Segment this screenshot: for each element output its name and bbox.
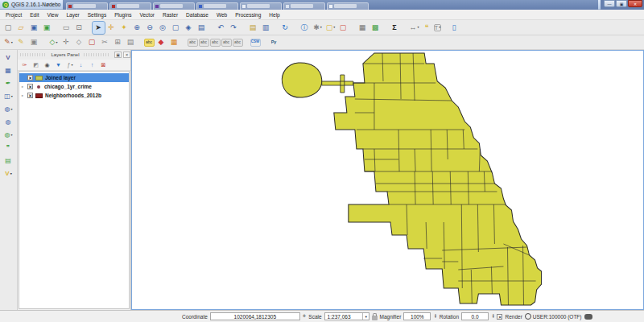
add-wfs-layer-button[interactable]: ❞ [2,142,15,154]
panel-drag-handle[interactable] [84,53,110,56]
layer-item-joined-layer[interactable]: ✕ Joined layer [19,73,129,82]
new-project-button[interactable]: ▢ [2,22,14,34]
background-browser-tab[interactable] [196,2,238,10]
panel-close-button[interactable]: ✕ [123,52,130,58]
menu-view[interactable]: View [43,10,62,19]
open-layer-styling-button[interactable]: ✑ [20,60,30,70]
coordinate-input[interactable]: 1020064,1812305 [210,312,300,320]
background-browser-tab[interactable] [327,2,369,10]
add-feature-button[interactable]: ◇▾ [47,36,60,48]
pan-map-button[interactable]: ✛ [105,22,118,34]
background-browser-tab[interactable] [283,2,325,10]
paste-features-button[interactable]: ▤ [125,36,137,48]
add-vector-layer-button[interactable]: V [2,52,15,64]
menu-processing[interactable]: Processing [231,10,265,19]
label-properties-button[interactable]: abc [233,39,243,47]
save-project-as-button[interactable]: ▣ [41,22,53,34]
menu-web[interactable]: Web [213,10,231,19]
statistical-summary-button[interactable]: Σ [389,22,401,34]
remove-layer-button[interactable]: ⊠ [99,60,109,70]
layer-visibility-checkbox[interactable]: ✕ [27,75,33,80]
save-project-button[interactable]: ▣ [28,22,40,34]
open-project-button[interactable]: ▱ [15,22,27,34]
magnifier-input[interactable]: 100% [403,312,431,320]
cut-features-button[interactable]: ✂ [99,36,111,48]
new-bookmark-button[interactable]: ▥ [260,22,272,34]
menu-help[interactable]: Help [265,10,283,19]
add-postgis-layer-button[interactable]: ◫▾ [2,91,15,102]
new-print-composer-button[interactable]: ▭ [60,22,72,34]
background-browser-tab[interactable] [66,2,108,10]
composer-manager-button[interactable]: ⊡ [73,22,85,34]
show-labels-button[interactable]: abc [144,39,155,47]
layer-item-chicago-1yr-crime[interactable]: ▸ ✕ chicago_1yr_crime [19,82,129,91]
show-bookmarks-button[interactable]: ▤ [247,22,259,34]
background-browser-tab[interactable] [153,2,195,10]
label-pin-button[interactable]: abc [188,39,198,47]
toggle-editing-button[interactable]: ✎ [15,36,27,48]
zoom-native-button[interactable]: ◎ [157,22,169,34]
identify-features-button[interactable]: ⓘ [299,22,311,34]
zoom-out-button[interactable]: ⊖ [144,22,156,34]
menu-vector[interactable]: Vector [136,10,159,19]
zoom-to-selection-button[interactable]: ◈ [183,22,195,34]
delete-selected-button[interactable]: ▢ [86,36,98,48]
current-edits-button[interactable]: ✎▾ [2,36,14,48]
map-pointer-button[interactable]: ➤ [93,22,105,34]
rotation-spinner[interactable]: ▲▼ [492,314,494,320]
menu-plugins[interactable]: Plugins [110,10,135,19]
crs-status-button[interactable]: USER:100000 (OTF) [525,313,582,320]
scale-combo[interactable]: 1:237,063▼ [324,312,369,320]
extent-icon[interactable]: ⌖ [303,312,307,320]
menu-raster[interactable]: Raster [159,10,182,19]
select-features-button[interactable]: ▢▾ [324,22,336,34]
map-tips-button[interactable]: ❝ [421,22,433,34]
magnifier-spinner[interactable]: ▲▼ [434,314,436,320]
map-themes-button[interactable]: ◉ [43,60,52,70]
add-spatialite-layer-button[interactable]: ◍▾ [2,104,15,115]
measure-button[interactable]: ↔▾ [408,22,420,34]
new-shapefile-layer-button[interactable]: V▾ [2,168,15,180]
save-layer-edits-button[interactable]: ▣ [28,36,40,48]
rotation-input[interactable]: 0.0 [461,312,489,320]
messages-icon[interactable] [584,314,592,320]
tree-expander-icon[interactable]: ▸ [22,93,25,97]
menu-edit[interactable]: Edit [26,10,43,19]
zoom-in-button[interactable]: ⊕ [131,22,143,34]
pan-to-selection-button[interactable]: ✦ [118,22,130,34]
copy-features-button[interactable]: ⊞ [112,36,124,48]
node-tool-button[interactable]: ⬦ [73,36,85,48]
add-delimited-text-button[interactable]: ✒ [2,78,15,89]
minimize-button[interactable]: — [604,0,615,7]
layer-visibility-checkbox[interactable]: ✕ [27,84,33,89]
move-feature-button[interactable]: ✛ [60,36,72,48]
add-raster-layer-button[interactable]: ▦ [2,65,15,76]
zoom-full-button[interactable]: ▢ [170,22,182,34]
help-contents-button[interactable]: ▯ [448,22,460,34]
menu-layer[interactable]: Layer [62,10,83,19]
python-console-button[interactable]: Py [268,36,280,48]
collapse-all-button[interactable]: ↑ [88,60,97,70]
menu-database[interactable]: Database [182,10,213,19]
label-highlight-button[interactable]: abc [199,39,209,47]
zoom-last-button[interactable]: ↶ [215,22,227,34]
label-move-button[interactable]: abc [210,39,221,47]
menu-settings[interactable]: Settings [84,10,111,19]
add-mssql-layer-button[interactable]: ◍ [2,117,15,128]
filter-legend-button[interactable]: ▼ [54,60,64,70]
add-layer-definition-button[interactable]: ▤ [2,155,15,167]
expand-all-button[interactable]: ↓ [76,60,86,70]
layer-item-neighborhoods-2012b[interactable]: ▸ ✕ Neighborhoods_2012b [19,91,129,100]
layer-diagram-options-button[interactable]: ▦ [168,36,180,48]
open-attribute-table-button[interactable]: ▦ [357,22,369,34]
label-rotate-button[interactable]: abc [221,39,232,47]
text-annotation-button[interactable]: T▾ [434,24,441,31]
add-wms-layer-button[interactable]: ◍▾ [2,130,15,141]
filter-by-expression-button[interactable]: ƒ▾ [65,60,75,70]
tree-expander-icon[interactable]: ▸ [22,85,25,89]
panel-drag-handle[interactable] [20,53,47,56]
close-button[interactable]: ✕ [628,0,642,7]
manage-visibility-button[interactable]: ◩ [31,60,41,70]
restore-button[interactable]: ▣ [616,0,627,7]
run-feature-action-button[interactable]: ✱▾ [312,22,324,34]
